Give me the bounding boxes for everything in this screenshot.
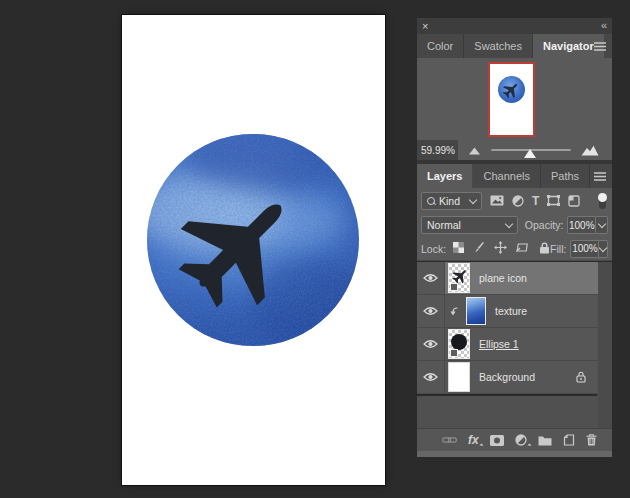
zoom-out-icon[interactable]: [468, 146, 481, 155]
clipping-mask-arrow-icon: [449, 306, 459, 317]
vector-mask-badge: [450, 349, 458, 357]
filter-kind-label: Kind: [439, 195, 460, 207]
zoom-in-icon[interactable]: [581, 145, 599, 156]
filter-kind-dropdown[interactable]: Kind: [421, 192, 482, 210]
new-adjustment-layer-icon[interactable]: [515, 434, 527, 446]
adjustment-layer-filter-icon[interactable]: [512, 195, 524, 207]
layer-row-texture[interactable]: texture: [417, 295, 598, 328]
navigator-tab-bar: Color Swatches Navigator: [417, 34, 612, 58]
lock-label: Lock:: [421, 243, 446, 255]
layer-thumbnail-ellipse[interactable]: [448, 329, 470, 359]
tab-channels[interactable]: Channels: [473, 164, 540, 188]
new-group-folder-icon[interactable]: [538, 435, 552, 446]
lock-transparency-icon[interactable]: [453, 242, 464, 255]
collapse-panel-icon[interactable]: «: [601, 18, 606, 33]
vector-mask-badge: [450, 283, 458, 291]
search-icon: [427, 197, 435, 205]
opacity-label: Opacity:: [525, 219, 564, 231]
delete-layer-trash-icon[interactable]: [586, 434, 597, 446]
lock-row: Lock:: [417, 237, 612, 261]
layer-list-scrollbar-gutter[interactable]: [597, 262, 612, 428]
tab-paths[interactable]: Paths: [541, 164, 590, 188]
photoshop-workspace: × « Color Swatches Navigator 59.: [0, 0, 630, 498]
smart-object-filter-icon[interactable]: [568, 195, 580, 207]
layer-name[interactable]: Ellipse 1: [479, 338, 519, 350]
layers-panel-menu-icon[interactable]: [593, 171, 607, 181]
lock-pixels-brush-icon[interactable]: [473, 242, 485, 256]
lock-artboard-icon[interactable]: [516, 242, 530, 255]
layer-row-plane-icon[interactable]: plane icon: [417, 262, 598, 295]
zoom-slider-thumb[interactable]: [524, 149, 536, 158]
panel-group: × « Color Swatches Navigator 59.: [417, 18, 612, 458]
tab-layers[interactable]: Layers: [417, 164, 473, 188]
layer-list: plane icon texture: [417, 262, 598, 396]
watercolor-circle-artwork: [122, 15, 385, 485]
layer-row-background[interactable]: Background: [417, 361, 598, 394]
layers-tab-bar: Layers Channels Paths: [417, 164, 612, 188]
zoom-slider[interactable]: [491, 140, 571, 160]
visibility-eye-icon[interactable]: [417, 361, 445, 393]
navigator-footer: 59.99%: [417, 140, 612, 160]
tab-swatches[interactable]: Swatches: [464, 34, 533, 58]
lock-position-move-icon[interactable]: [494, 241, 507, 256]
lock-all-icon[interactable]: [539, 242, 550, 256]
visibility-eye-icon[interactable]: [417, 262, 445, 294]
zoom-level-field[interactable]: 59.99%: [417, 140, 458, 160]
panel-header-bar: × «: [417, 18, 612, 34]
document-canvas[interactable]: [122, 15, 385, 485]
layers-panel-body: Kind T: [417, 188, 612, 458]
panel-resize-strip[interactable]: [417, 451, 612, 457]
tab-color[interactable]: Color: [417, 34, 464, 58]
fill-value[interactable]: 100%: [570, 240, 599, 258]
navigator-preview-circle: [498, 76, 525, 103]
navigator-body: [417, 58, 612, 140]
add-layer-mask-icon[interactable]: [490, 435, 504, 446]
new-layer-icon[interactable]: [563, 434, 575, 446]
navigator-panel-menu-icon[interactable]: [593, 41, 607, 51]
layer-filter-row: Kind T: [417, 188, 612, 213]
type-layer-filter-icon[interactable]: T: [532, 195, 539, 207]
layer-name[interactable]: Background: [479, 371, 535, 383]
layers-toolbar: fx: [417, 428, 612, 451]
layer-style-fx-icon[interactable]: fx: [468, 434, 479, 446]
pixel-layer-filter-icon[interactable]: [490, 195, 504, 206]
visibility-eye-icon[interactable]: [417, 295, 445, 327]
blend-mode-dropdown[interactable]: Normal: [421, 216, 518, 234]
layer-thumbnail-plane-icon[interactable]: [448, 263, 470, 293]
navigator-preview[interactable]: [488, 62, 535, 137]
shape-layer-filter-icon[interactable]: [547, 195, 560, 206]
layer-locked-icon: [576, 371, 586, 383]
filtering-toggle[interactable]: [597, 193, 607, 209]
layer-thumbnail-texture[interactable]: [466, 297, 486, 325]
layer-name[interactable]: plane icon: [479, 272, 527, 284]
blend-mode-row: Normal Opacity: 100%: [417, 213, 612, 237]
layer-thumbnail-background[interactable]: [448, 362, 470, 392]
opacity-value[interactable]: 100%: [567, 216, 596, 234]
link-layers-icon[interactable]: [442, 436, 457, 444]
blend-mode-value: Normal: [427, 219, 461, 231]
opacity-dropdown-icon[interactable]: [596, 216, 608, 234]
chevron-down-icon: [505, 220, 513, 228]
layer-row-ellipse-1[interactable]: Ellipse 1: [417, 328, 598, 361]
chevron-down-icon: [469, 195, 477, 203]
fill-dropdown-icon[interactable]: [599, 240, 608, 258]
fill-label: Fill:: [550, 243, 566, 255]
close-icon[interactable]: ×: [422, 19, 428, 33]
layer-name[interactable]: texture: [495, 305, 527, 317]
visibility-eye-icon[interactable]: [417, 328, 445, 360]
layer-list-empty-area: [417, 396, 598, 428]
